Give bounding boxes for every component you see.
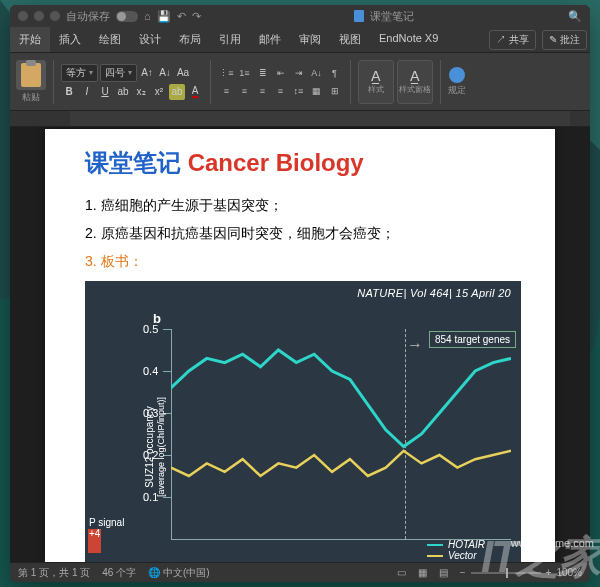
- doc-line-1: 1. 癌细胞的产生源于基因突变；: [85, 197, 525, 215]
- doc-line-3: 3. 板书：: [85, 253, 525, 271]
- chart-legend: HOTAIR Vector: [427, 539, 485, 561]
- sort-icon[interactable]: A↓: [308, 64, 325, 81]
- zoom-value[interactable]: 100%: [556, 567, 582, 578]
- ruler-group[interactable]: 规定: [448, 67, 466, 97]
- page-title: 课堂笔记 Cancer Biology: [85, 147, 525, 179]
- bullet-list-icon[interactable]: ⋮≡: [218, 64, 235, 81]
- tab-endnote[interactable]: EndNote X9: [370, 27, 447, 52]
- titlebar: 自动保存 ⌂ 💾 ↶ ↷ 课堂笔记 🔍: [10, 5, 590, 27]
- print-layout-icon[interactable]: ▦: [418, 567, 427, 578]
- status-page[interactable]: 第 1 页，共 1 页: [18, 566, 90, 580]
- search-icon[interactable]: 🔍: [568, 10, 582, 23]
- subscript-icon[interactable]: x₂: [133, 84, 149, 100]
- status-words[interactable]: 46 个字: [102, 566, 136, 580]
- tab-review[interactable]: 审阅: [290, 27, 330, 52]
- redo-icon[interactable]: ↷: [192, 10, 201, 23]
- number-list-icon[interactable]: 1≡: [236, 64, 253, 81]
- close-icon[interactable]: [18, 11, 28, 21]
- increase-font-icon[interactable]: A↑: [139, 65, 155, 81]
- zoom-out-icon[interactable]: −: [460, 567, 466, 578]
- clear-format-icon[interactable]: Aa: [175, 65, 191, 81]
- doc-line-2: 2. 原癌基因和抗癌基因同时突变，细胞才会癌变；: [85, 225, 525, 243]
- font-size-dropdown[interactable]: 四号▾: [100, 64, 137, 82]
- tab-layout[interactable]: 布局: [170, 27, 210, 52]
- focus-mode-icon[interactable]: ▭: [397, 567, 406, 578]
- align-left-icon[interactable]: ≡: [218, 82, 235, 99]
- tab-home[interactable]: 开始: [10, 27, 50, 52]
- chart-plot: [171, 329, 511, 539]
- comment-button[interactable]: ✎ 批注: [542, 30, 587, 50]
- styles-pane-button[interactable]: A̲样式窗格: [397, 60, 433, 104]
- underline-icon[interactable]: U: [97, 84, 113, 100]
- document-icon: [354, 10, 364, 22]
- shading-icon[interactable]: ▦: [308, 82, 325, 99]
- align-right-icon[interactable]: ≡: [254, 82, 271, 99]
- font-color-icon[interactable]: A: [187, 84, 203, 100]
- home-icon[interactable]: ⌂: [144, 10, 151, 22]
- superscript-icon[interactable]: x²: [151, 84, 167, 100]
- bold-icon[interactable]: B: [61, 84, 77, 100]
- italic-icon[interactable]: I: [79, 84, 95, 100]
- legend-swatch-vector: [427, 555, 443, 557]
- share-button[interactable]: ↗ 共享: [489, 30, 536, 50]
- zoom-in-icon[interactable]: +: [546, 567, 552, 578]
- font-group: 等方▾ 四号▾ A↑ A↓ Aa B I U ab x₂ x² ab A: [61, 64, 203, 100]
- chevron-down-icon: ▾: [128, 68, 132, 77]
- justify-icon[interactable]: ≡: [272, 82, 289, 99]
- line-spacing-icon[interactable]: ↕≡: [290, 82, 307, 99]
- borders-icon[interactable]: ⊞: [326, 82, 343, 99]
- ribbon: 粘贴 等方▾ 四号▾ A↑ A↓ Aa B I U ab x₂ x² ab A: [10, 53, 590, 111]
- paste-group[interactable]: 粘贴: [16, 60, 46, 104]
- tab-insert[interactable]: 插入: [50, 27, 90, 52]
- autosave-label[interactable]: 自动保存: [66, 9, 110, 24]
- tab-design[interactable]: 设计: [130, 27, 170, 52]
- y-axis-label: SUZ12 occupancy[average log(ChIP/input)]: [144, 397, 166, 497]
- font-name-dropdown[interactable]: 等方▾: [61, 64, 98, 82]
- ruler-horizontal[interactable]: [10, 111, 590, 127]
- strike-icon[interactable]: ab: [115, 84, 131, 100]
- autosave-toggle[interactable]: [116, 11, 138, 22]
- align-center-icon[interactable]: ≡: [236, 82, 253, 99]
- show-marks-icon[interactable]: ¶: [326, 64, 343, 81]
- undo-icon[interactable]: ↶: [177, 10, 186, 23]
- page: 课堂笔记 Cancer Biology 1. 癌细胞的产生源于基因突变； 2. …: [45, 129, 555, 562]
- window-controls[interactable]: [18, 11, 60, 21]
- save-icon[interactable]: 💾: [157, 10, 171, 23]
- tab-view[interactable]: 视图: [330, 27, 370, 52]
- indent-right-icon[interactable]: ⇥: [290, 64, 307, 81]
- web-layout-icon[interactable]: ▤: [439, 567, 448, 578]
- status-lang[interactable]: 🌐 中文(中国): [148, 566, 209, 580]
- paragraph-group: ⋮≡ 1≡ ≣ ⇤ ⇥ A↓ ¶ ≡ ≡ ≡ ≡ ↕≡ ▦ ⊞: [218, 64, 343, 99]
- maximize-icon[interactable]: [50, 11, 60, 21]
- tab-references[interactable]: 引用: [210, 27, 250, 52]
- multilevel-icon[interactable]: ≣: [254, 64, 271, 81]
- p-signal-label: P signal+4: [89, 517, 124, 539]
- menubar: 开始 插入 绘图 设计 布局 引用 邮件 审阅 视图 EndNote X9 ↗ …: [10, 27, 590, 53]
- ruler-label: 规定: [448, 84, 466, 97]
- chart-source-label: NATURE| Vol 464| 15 April 20: [357, 287, 511, 299]
- tab-draw[interactable]: 绘图: [90, 27, 130, 52]
- paste-label: 粘贴: [22, 91, 40, 104]
- legend-swatch-hotair: [427, 544, 443, 546]
- zoom-control[interactable]: − + 100%: [460, 567, 582, 578]
- decrease-font-icon[interactable]: A↓: [157, 65, 173, 81]
- tab-mail[interactable]: 邮件: [250, 27, 290, 52]
- statusbar: 第 1 页，共 1 页 46 个字 🌐 中文(中国) ▭ ▦ ▤ − + 100…: [10, 562, 590, 582]
- styles-group: A̲样式 A̲样式窗格: [358, 60, 433, 104]
- paste-icon[interactable]: [16, 60, 46, 90]
- document-area: 课堂笔记 Cancer Biology 1. 癌细胞的产生源于基因突变； 2. …: [10, 127, 590, 562]
- dictation-icon[interactable]: [449, 67, 465, 83]
- document-title: 课堂笔记: [370, 9, 414, 24]
- indent-left-icon[interactable]: ⇤: [272, 64, 289, 81]
- chevron-down-icon: ▾: [89, 68, 93, 77]
- embedded-chart-image[interactable]: NATURE| Vol 464| 15 April 20 b 0.10.20.3…: [85, 281, 521, 562]
- watermark-url: www.ithome.com: [511, 537, 594, 549]
- highlight-icon[interactable]: ab: [169, 84, 185, 100]
- styles-button[interactable]: A̲样式: [358, 60, 394, 104]
- minimize-icon[interactable]: [34, 11, 44, 21]
